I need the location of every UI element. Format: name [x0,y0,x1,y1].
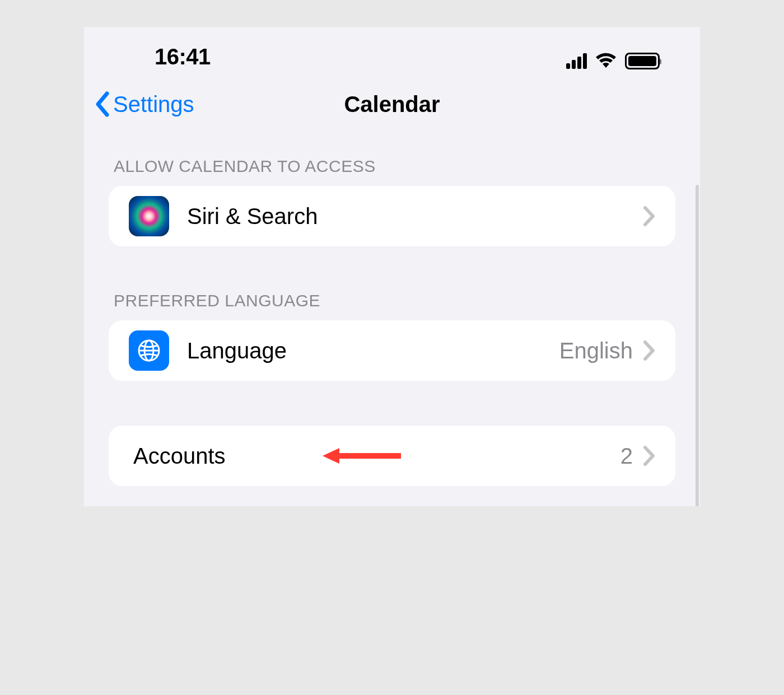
section-header-language: PREFERRED LANGUAGE [109,291,675,320]
row-accounts[interactable]: Accounts 2 [109,426,675,486]
group-accounts: Accounts 2 [109,426,675,486]
row-siri-search[interactable]: Siri & Search [109,186,675,246]
page-title: Calendar [344,92,440,117]
arrow-annotation-icon [323,445,401,467]
cell-signal-icon [566,53,587,69]
chevron-left-icon [94,91,111,117]
section-header-access: ALLOW CALENDAR TO ACCESS [109,157,675,186]
battery-icon [625,53,660,69]
settings-screen: 16:41 Settings [84,27,700,506]
status-bar: 16:41 [84,27,700,76]
chevron-right-icon [643,445,655,467]
back-label: Settings [113,92,194,117]
status-icons [566,53,660,69]
status-time: 16:41 [155,44,211,69]
row-language[interactable]: Language English [109,320,675,381]
back-button[interactable]: Settings [94,91,194,117]
row-value-accounts: 2 [620,444,633,469]
svg-marker-4 [323,448,339,464]
chevron-right-icon [643,206,655,227]
row-value-language: English [559,338,633,363]
nav-bar: Settings Calendar [84,76,700,132]
content-area: ALLOW CALENDAR TO ACCESS Siri & Search P… [84,132,700,486]
scrollbar[interactable] [696,185,699,506]
globe-icon [129,330,169,371]
wifi-icon [595,53,617,69]
siri-icon [129,196,169,236]
row-label-siri: Siri & Search [187,204,643,229]
chevron-right-icon [643,340,655,361]
group-access: Siri & Search [109,186,675,246]
group-language: Language English [109,320,675,381]
row-label-language: Language [187,338,559,363]
